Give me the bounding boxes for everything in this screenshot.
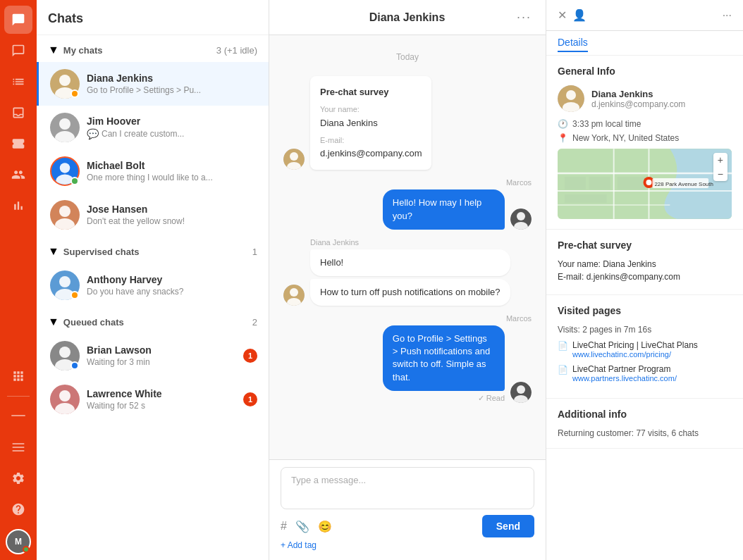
queued-chats-count: 2 bbox=[252, 317, 257, 328]
zoom-in-button[interactable]: + bbox=[713, 153, 727, 167]
jose-info: Jose Hansen Don't eat the yellow snow! bbox=[87, 204, 257, 226]
survey-message: Pre-chat survey Your name: Diana Jenkins… bbox=[283, 76, 532, 170]
sidebar-title: Chats bbox=[37, 0, 269, 35]
add-tag-link[interactable]: + Add tag bbox=[281, 537, 534, 553]
send-button[interactable]: Send bbox=[482, 515, 534, 537]
svg-point-1 bbox=[59, 75, 70, 86]
diana-msg-avatar-2 bbox=[283, 285, 305, 306]
svg-point-5 bbox=[60, 163, 70, 173]
svg-rect-34 bbox=[618, 177, 646, 189]
my-chats-count: 3 (+1 idle) bbox=[216, 45, 257, 56]
my-chats-section[interactable]: ▼ My chats 3 (+1 idle) bbox=[37, 35, 269, 62]
panel-more-options[interactable]: ··· bbox=[723, 9, 732, 22]
svg-point-17 bbox=[517, 212, 525, 220]
page-url-2[interactable]: www.partners.livechatinc.com/ bbox=[572, 374, 677, 382]
nav-messages[interactable] bbox=[4, 37, 32, 65]
date-divider: Today bbox=[283, 52, 532, 62]
page-link-1: 📄 LiveChat Pricing | LiveChat Plans www.… bbox=[558, 340, 732, 359]
survey-name-label: Your name: bbox=[320, 104, 422, 115]
nav-reports[interactable] bbox=[4, 192, 32, 220]
michael-info: Michael Bolt One more thing I would like… bbox=[87, 160, 257, 182]
chat-item-diana[interactable]: Diana Jenkins Go to Profile > Settings >… bbox=[37, 62, 269, 106]
queued-chats-section[interactable]: ▼ Queued chats 2 bbox=[37, 307, 269, 334]
diana-name: Diana Jenkins bbox=[87, 73, 257, 84]
anthony-preview: Do you have any snacks? bbox=[87, 287, 257, 297]
map-zoom-controls[interactable]: + − bbox=[713, 153, 727, 181]
anthony-avatar-wrap bbox=[50, 270, 80, 300]
main-chat-area: Diana Jenkins ··· Today Pre-chat survey … bbox=[269, 0, 546, 560]
lawrence-name: Lawrence White bbox=[87, 388, 243, 399]
svg-point-23 bbox=[566, 90, 576, 100]
zoom-out-button[interactable]: − bbox=[713, 167, 727, 181]
message-input[interactable]: Type a message... bbox=[281, 467, 534, 509]
svg-point-37 bbox=[646, 180, 651, 185]
close-icon[interactable]: ✕ bbox=[558, 8, 567, 22]
chat-title: Diana Jenkins bbox=[369, 11, 446, 24]
svg-point-13 bbox=[59, 390, 70, 402]
survey-name-row: Your name: Diana Jenkins bbox=[558, 259, 732, 269]
brian-avatar-wrap bbox=[50, 341, 80, 371]
nav-chats[interactable] bbox=[4, 6, 32, 34]
queued-chats-label: Queued chats bbox=[63, 317, 124, 328]
emoji-icon[interactable]: 😊 bbox=[318, 520, 332, 533]
chat-more-options[interactable]: ··· bbox=[517, 10, 532, 25]
person-icon[interactable]: 👤 bbox=[572, 8, 587, 22]
nav-people[interactable] bbox=[4, 161, 32, 189]
jose-name: Jose Hansen bbox=[87, 204, 257, 215]
panel-tabs: Details bbox=[558, 37, 588, 52]
nav-apps[interactable] bbox=[4, 362, 32, 390]
incoming-diana-msgs: Diana Jenkins Hello! How to turn off pus… bbox=[283, 238, 532, 306]
brian-name: Brian Lawson bbox=[87, 344, 243, 356]
nav-inbox[interactable] bbox=[4, 99, 32, 127]
survey-email-value: d.jenkins@company.com bbox=[320, 147, 422, 160]
clock-icon: 🕐 bbox=[558, 119, 568, 129]
read-status: ✓ Read bbox=[478, 394, 505, 403]
diana-avatar-wrap bbox=[50, 69, 80, 99]
page-url-1[interactable]: www.livechatinc.com/pricing/ bbox=[572, 350, 698, 359]
map-area: 228 Park Avenue South + − bbox=[558, 149, 732, 219]
diana-info: Diana Jenkins Go to Profile > Settings >… bbox=[87, 73, 257, 95]
chat-item-anthony[interactable]: Anthony Harvey Do you have any snacks? bbox=[37, 263, 269, 307]
survey-email-value-panel: d.jenkins@company.com bbox=[587, 272, 680, 282]
jose-preview: Don't eat the yellow snow! bbox=[87, 216, 257, 226]
marcos-avatar-1 bbox=[510, 209, 532, 230]
attachment-icon[interactable]: 📎 bbox=[295, 520, 309, 533]
my-chats-chevron: ▼ bbox=[48, 44, 59, 56]
nav-tickets[interactable] bbox=[4, 130, 32, 158]
chat-item-brian[interactable]: Brian Lawson Waiting for 3 min 1 bbox=[37, 334, 269, 378]
chat-item-lawrence[interactable]: Lawrence White Waiting for 52 s 1 bbox=[37, 378, 269, 421]
hello-bubble: Hello! bbox=[310, 249, 510, 276]
chat-item-michael[interactable]: Michael Bolt One more thing I would like… bbox=[37, 149, 269, 193]
supervised-chats-section[interactable]: ▼ Supervised chats 1 bbox=[37, 237, 269, 263]
diana-msg-col: Diana Jenkins Hello! How to turn off pus… bbox=[310, 238, 510, 306]
hash-icon[interactable]: # bbox=[281, 520, 287, 533]
page-icon-2: 📄 bbox=[558, 365, 568, 375]
info-location: New York, NY, United States bbox=[572, 133, 679, 143]
general-info-user: Diana Jenkins d.jenkins@company.com bbox=[558, 85, 732, 112]
anthony-info: Anthony Harvey Do you have any snacks? bbox=[87, 274, 257, 297]
chat-item-jose[interactable]: Jose Hansen Don't eat the yellow snow! bbox=[37, 193, 269, 237]
svg-rect-35 bbox=[565, 194, 607, 203]
svg-point-20 bbox=[287, 298, 301, 306]
hello-help-bubble: Hello! How may I help you? bbox=[383, 189, 505, 229]
svg-point-22 bbox=[514, 395, 528, 403]
svg-point-16 bbox=[287, 162, 301, 170]
survey-name-label-panel: Your name: bbox=[558, 259, 601, 269]
nav-settings[interactable] bbox=[4, 464, 32, 492]
brian-preview: Waiting for 3 min bbox=[87, 357, 243, 367]
brian-badge: 1 bbox=[243, 349, 257, 363]
tab-details[interactable]: Details bbox=[558, 37, 588, 52]
chat-item-jim[interactable]: Jim Hoover 💬 Can I create custom... bbox=[37, 106, 269, 149]
lawrence-avatar-wrap bbox=[50, 385, 80, 414]
nav-panel[interactable] bbox=[4, 433, 32, 461]
outgoing-profile-msg: Marcos Go to Profile > Settings > Push n… bbox=[283, 314, 532, 403]
svg-rect-0 bbox=[11, 415, 25, 416]
michael-name: Michael Bolt bbox=[87, 160, 257, 171]
svg-point-8 bbox=[55, 218, 75, 230]
nav-list[interactable] bbox=[4, 68, 32, 96]
diana-status bbox=[70, 89, 79, 98]
agent-avatar[interactable]: M bbox=[6, 529, 31, 554]
additional-info-value: Returning customer: 77 visits, 6 chats bbox=[558, 428, 732, 438]
outgoing-profile-col: Marcos Go to Profile > Settings > Push n… bbox=[383, 314, 532, 403]
nav-help[interactable] bbox=[4, 495, 32, 523]
